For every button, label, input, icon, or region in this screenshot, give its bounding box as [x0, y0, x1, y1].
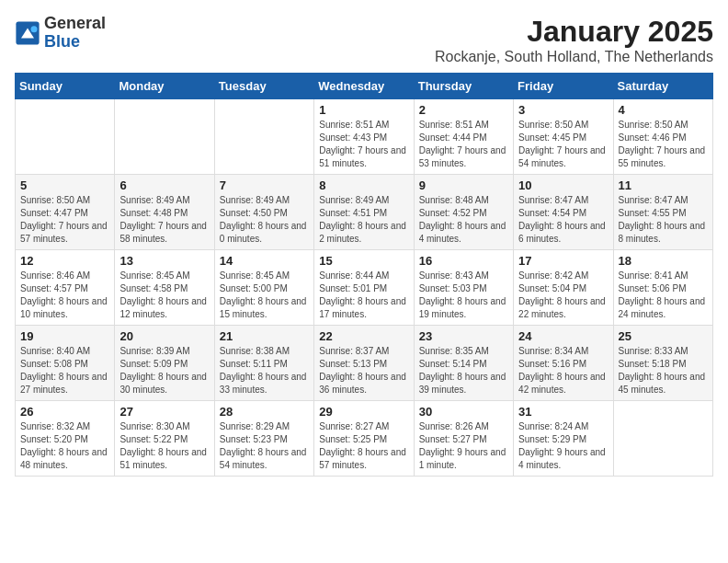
calendar-cell: 24Sunrise: 8:34 AMSunset: 5:16 PMDayligh… — [514, 326, 613, 401]
calendar-day-header: Monday — [115, 74, 214, 99]
day-info: Sunrise: 8:51 AMSunset: 4:43 PMDaylight:… — [319, 119, 408, 170]
day-info: Sunrise: 8:42 AMSunset: 5:04 PMDaylight:… — [518, 270, 608, 321]
calendar-cell: 26Sunrise: 8:32 AMSunset: 5:20 PMDayligh… — [16, 401, 115, 477]
calendar-cell: 7Sunrise: 8:49 AMSunset: 4:50 PMDaylight… — [214, 175, 313, 250]
calendar-week-row: 5Sunrise: 8:50 AMSunset: 4:47 PMDaylight… — [16, 175, 713, 250]
day-number: 4 — [619, 103, 708, 117]
day-number: 3 — [518, 103, 608, 117]
day-number: 20 — [119, 329, 209, 343]
day-info: Sunrise: 8:47 AMSunset: 4:55 PMDaylight:… — [619, 194, 708, 246]
day-number: 31 — [518, 405, 608, 419]
calendar-cell: 23Sunrise: 8:35 AMSunset: 5:14 PMDayligh… — [414, 326, 513, 401]
day-number: 6 — [119, 178, 209, 192]
day-info: Sunrise: 8:50 AMSunset: 4:46 PMDaylight:… — [619, 119, 708, 170]
calendar-cell — [214, 99, 313, 175]
day-info: Sunrise: 8:39 AMSunset: 5:09 PMDaylight:… — [119, 345, 209, 396]
calendar-cell: 6Sunrise: 8:49 AMSunset: 4:48 PMDaylight… — [115, 175, 214, 250]
day-number: 13 — [119, 254, 209, 268]
svg-point-2 — [31, 26, 38, 32]
day-info: Sunrise: 8:33 AMSunset: 5:18 PMDaylight:… — [619, 345, 708, 396]
day-number: 23 — [419, 329, 508, 343]
day-number: 11 — [619, 178, 708, 192]
calendar-day-header: Tuesday — [214, 74, 313, 99]
day-info: Sunrise: 8:49 AMSunset: 4:48 PMDaylight:… — [119, 194, 209, 246]
day-info: Sunrise: 8:26 AMSunset: 5:27 PMDaylight:… — [419, 420, 508, 472]
day-info: Sunrise: 8:49 AMSunset: 4:51 PMDaylight:… — [319, 194, 408, 246]
day-info: Sunrise: 8:50 AMSunset: 4:45 PMDaylight:… — [518, 119, 608, 170]
day-info: Sunrise: 8:38 AMSunset: 5:11 PMDaylight:… — [220, 345, 309, 396]
calendar-cell: 20Sunrise: 8:39 AMSunset: 5:09 PMDayligh… — [115, 326, 214, 401]
day-info: Sunrise: 8:50 AMSunset: 4:47 PMDaylight:… — [20, 194, 109, 246]
day-number: 14 — [220, 254, 309, 268]
calendar-cell: 31Sunrise: 8:24 AMSunset: 5:29 PMDayligh… — [514, 401, 613, 477]
day-number: 7 — [220, 178, 309, 192]
calendar-week-row: 19Sunrise: 8:40 AMSunset: 5:08 PMDayligh… — [16, 326, 713, 401]
day-info: Sunrise: 8:49 AMSunset: 4:50 PMDaylight:… — [220, 194, 309, 246]
day-number: 24 — [518, 329, 608, 343]
calendar-subtitle: Rockanje, South Holland, The Netherlands — [435, 49, 713, 65]
day-number: 21 — [220, 329, 309, 343]
calendar-title: January 2025 — [435, 15, 713, 49]
day-info: Sunrise: 8:30 AMSunset: 5:22 PMDaylight:… — [119, 420, 209, 472]
calendar-table: SundayMondayTuesdayWednesdayThursdayFrid… — [15, 73, 713, 477]
calendar-cell: 21Sunrise: 8:38 AMSunset: 5:11 PMDayligh… — [214, 326, 313, 401]
day-number: 19 — [20, 329, 109, 343]
calendar-cell: 8Sunrise: 8:49 AMSunset: 4:51 PMDaylight… — [314, 175, 414, 250]
day-info: Sunrise: 8:40 AMSunset: 5:08 PMDaylight:… — [20, 345, 109, 396]
calendar-cell — [115, 99, 214, 175]
day-info: Sunrise: 8:45 AMSunset: 5:00 PMDaylight:… — [220, 270, 309, 321]
day-number: 30 — [419, 405, 508, 419]
calendar-cell: 27Sunrise: 8:30 AMSunset: 5:22 PMDayligh… — [115, 401, 214, 477]
day-info: Sunrise: 8:44 AMSunset: 5:01 PMDaylight:… — [319, 270, 408, 321]
day-number: 2 — [419, 103, 508, 117]
logo: General Blue — [15, 15, 106, 52]
calendar-cell — [613, 401, 712, 477]
calendar-cell: 14Sunrise: 8:45 AMSunset: 5:00 PMDayligh… — [214, 250, 313, 326]
calendar-day-header: Wednesday — [314, 74, 414, 99]
day-number: 8 — [319, 178, 408, 192]
day-number: 18 — [619, 254, 708, 268]
calendar-cell: 12Sunrise: 8:46 AMSunset: 4:57 PMDayligh… — [16, 250, 115, 326]
day-info: Sunrise: 8:27 AMSunset: 5:25 PMDaylight:… — [319, 420, 408, 472]
day-info: Sunrise: 8:47 AMSunset: 4:54 PMDaylight:… — [518, 194, 608, 246]
day-info: Sunrise: 8:29 AMSunset: 5:23 PMDaylight:… — [220, 420, 309, 472]
calendar-cell: 22Sunrise: 8:37 AMSunset: 5:13 PMDayligh… — [314, 326, 414, 401]
day-number: 16 — [419, 254, 508, 268]
calendar-cell: 25Sunrise: 8:33 AMSunset: 5:18 PMDayligh… — [613, 326, 712, 401]
day-info: Sunrise: 8:41 AMSunset: 5:06 PMDaylight:… — [619, 270, 708, 321]
day-info: Sunrise: 8:43 AMSunset: 5:03 PMDaylight:… — [419, 270, 508, 321]
day-number: 28 — [220, 405, 309, 419]
day-number: 17 — [518, 254, 608, 268]
calendar-week-row: 12Sunrise: 8:46 AMSunset: 4:57 PMDayligh… — [16, 250, 713, 326]
calendar-week-row: 26Sunrise: 8:32 AMSunset: 5:20 PMDayligh… — [16, 401, 713, 477]
logo-icon — [15, 20, 40, 46]
page-header: General Blue January 2025 Rockanje, Sout… — [15, 15, 713, 65]
title-block: January 2025 Rockanje, South Holland, Th… — [435, 15, 713, 65]
day-info: Sunrise: 8:48 AMSunset: 4:52 PMDaylight:… — [419, 194, 508, 246]
day-info: Sunrise: 8:24 AMSunset: 5:29 PMDaylight:… — [518, 420, 608, 472]
calendar-cell: 16Sunrise: 8:43 AMSunset: 5:03 PMDayligh… — [414, 250, 513, 326]
day-info: Sunrise: 8:34 AMSunset: 5:16 PMDaylight:… — [518, 345, 608, 396]
calendar-cell: 1Sunrise: 8:51 AMSunset: 4:43 PMDaylight… — [314, 99, 414, 175]
calendar-cell — [16, 99, 115, 175]
calendar-cell: 5Sunrise: 8:50 AMSunset: 4:47 PMDaylight… — [16, 175, 115, 250]
day-number: 9 — [419, 178, 508, 192]
day-number: 25 — [619, 329, 708, 343]
calendar-header-row: SundayMondayTuesdayWednesdayThursdayFrid… — [16, 74, 713, 99]
calendar-cell: 9Sunrise: 8:48 AMSunset: 4:52 PMDaylight… — [414, 175, 513, 250]
calendar-day-header: Thursday — [414, 74, 513, 99]
calendar-cell: 4Sunrise: 8:50 AMSunset: 4:46 PMDaylight… — [613, 99, 712, 175]
day-info: Sunrise: 8:35 AMSunset: 5:14 PMDaylight:… — [419, 345, 508, 396]
day-info: Sunrise: 8:32 AMSunset: 5:20 PMDaylight:… — [20, 420, 109, 472]
logo-text: General Blue — [44, 15, 106, 52]
calendar-cell: 17Sunrise: 8:42 AMSunset: 5:04 PMDayligh… — [514, 250, 613, 326]
calendar-cell: 3Sunrise: 8:50 AMSunset: 4:45 PMDaylight… — [514, 99, 613, 175]
calendar-cell: 18Sunrise: 8:41 AMSunset: 5:06 PMDayligh… — [613, 250, 712, 326]
calendar-cell: 15Sunrise: 8:44 AMSunset: 5:01 PMDayligh… — [314, 250, 414, 326]
day-number: 26 — [20, 405, 109, 419]
calendar-cell: 29Sunrise: 8:27 AMSunset: 5:25 PMDayligh… — [314, 401, 414, 477]
calendar-week-row: 1Sunrise: 8:51 AMSunset: 4:43 PMDaylight… — [16, 99, 713, 175]
calendar-cell: 10Sunrise: 8:47 AMSunset: 4:54 PMDayligh… — [514, 175, 613, 250]
calendar-cell: 11Sunrise: 8:47 AMSunset: 4:55 PMDayligh… — [613, 175, 712, 250]
day-number: 29 — [319, 405, 408, 419]
